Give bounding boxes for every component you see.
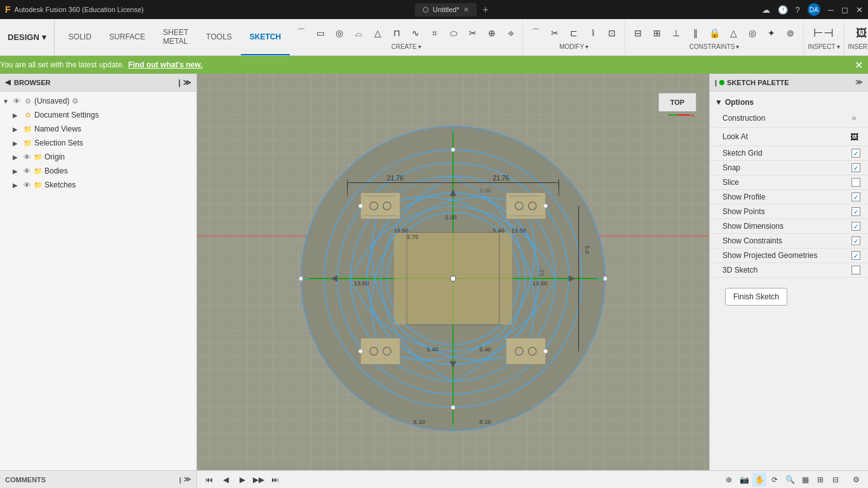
close-btn[interactable]: ✕ [856,5,863,15]
nav-next-btn[interactable]: ▶▶ [252,473,266,487]
display-mode-icon[interactable]: ▦ [798,473,812,487]
slice-checkbox[interactable] [851,178,860,187]
active-tab[interactable]: ⬡ Untitled* ✕ [415,3,477,17]
vertical-constraint[interactable]: ⊞ [648,24,666,42]
tab-sheet-metal[interactable]: SHEET METAL [154,19,198,55]
tree-eye-sketches[interactable]: 👁 [22,181,32,189]
palette-options-header[interactable]: ▼ Options [710,95,868,109]
tree-label-named-views: Named Views [34,125,81,133]
palette-row-show-dimensions: Show Dimensions ✓ [710,219,868,234]
comments-pin-icon[interactable]: | [179,476,181,484]
scale-tool[interactable]: ⊡ [603,24,621,42]
symmetry-constraint[interactable]: ⊜ [782,24,799,42]
grid-move-icon[interactable]: ⊕ [722,473,736,487]
trim-modify-tool[interactable]: ✂ [546,24,564,42]
palette-collapse-left[interactable]: | [715,79,717,86]
break-tool[interactable]: ⌇ [584,24,602,42]
look-at-icon-btn[interactable]: 🖼 [848,130,860,143]
rect-tool[interactable]: ▭ [311,24,329,42]
more-options-icon[interactable]: ⊟ [829,473,843,487]
perpendicular-constraint[interactable]: ⊥ [667,24,685,42]
tree-item-document-settings[interactable]: ▶ ⚙ Document Settings [0,108,196,122]
tree-item-bodies[interactable]: ▶ 👁 📁 Bodies [0,164,196,178]
tree-settings-btn[interactable]: ⚙ [72,97,79,105]
extend-tool[interactable]: ⊏ [565,24,583,42]
palette-row-3d-sketch: 3D Sketch [710,263,868,278]
tree-eye-bodies[interactable]: 👁 [22,167,32,175]
show-projected-geometries-checkbox[interactable]: ✓ [851,251,860,260]
tree-item-sketches[interactable]: ▶ 👁 📁 Sketches [0,178,196,192]
nav-prev-btn[interactable]: ◀ [219,473,233,487]
tab-solid[interactable]: SOLID [60,19,100,55]
measure-tool[interactable]: ⊢⊣ [815,24,832,42]
tab-sketch[interactable]: SKETCH [241,19,290,55]
new-tab-btn[interactable]: ＋ [480,3,491,17]
grid-display-icon[interactable]: ⊞ [813,473,827,487]
fillet-tool[interactable]: ⌒ [527,24,545,42]
construction-icon-btn[interactable]: ⌗ [848,112,860,125]
look-at-label: Look At [722,132,844,141]
arc-tool[interactable]: ⌓ [349,24,367,42]
browser-expand-icon[interactable]: ≫ [183,78,191,87]
lock-constraint[interactable]: 🔒 [705,24,723,42]
insert-image-tool[interactable]: 🖼 [853,24,868,42]
view-cube[interactable]: TOP x - [652,80,703,131]
conic-tool[interactable]: ⌗ [426,24,444,42]
tangent-constraint[interactable]: △ [724,24,742,42]
restore-btn[interactable]: ◻ [841,5,848,15]
zoom-tool-icon[interactable]: 🔍 [783,473,797,487]
equal-constraint[interactable]: ✦ [763,24,780,42]
tree-item-origin[interactable]: ▶ 👁 📁 Origin [0,150,196,164]
tree-item-named-views[interactable]: ▶ 📁 Named Views [0,122,196,136]
parallel-constraint[interactable]: ∥ [686,24,704,42]
tree-item-selection-sets[interactable]: ▶ 📁 Selection Sets [0,136,196,150]
tab-surface[interactable]: SURFACE [100,19,154,55]
snap-checkbox[interactable]: ✓ [851,163,860,172]
tab-tools[interactable]: TOOLS [197,19,240,55]
ellipse-tool[interactable]: ⬭ [445,24,463,42]
minimize-btn[interactable]: ─ [828,5,834,15]
view-cube-top[interactable]: TOP [658,93,696,112]
horizontal-constraint[interactable]: ⊟ [629,24,647,42]
design-label: DESIGN [8,32,39,42]
nav-first-btn[interactable]: ⏮ [202,473,216,487]
notif-close-btn[interactable]: ✕ [855,59,863,71]
nav-last-btn[interactable]: ⏭ [268,473,282,487]
tree-eye-origin[interactable]: 👁 [22,153,32,161]
pan-tool-icon[interactable]: ✋ [752,473,766,487]
3d-sketch-label: 3D Sketch [722,266,848,274]
show-dimensions-checkbox[interactable]: ✓ [851,222,860,231]
line-tool[interactable]: ⌒ [292,24,310,42]
show-profile-checkbox[interactable]: ✓ [851,193,860,201]
browser-collapse-icon[interactable]: ◀ [5,78,10,86]
palette-expand-right[interactable]: ≫ [855,78,863,86]
notif-link[interactable]: Find out what's new. [128,60,203,69]
circle-tool[interactable]: ◎ [330,24,348,42]
mirror-tool[interactable]: ⎆ [502,24,520,42]
sketch-grid-checkbox[interactable]: ✓ [851,149,860,158]
tree-eye-unsaved[interactable]: 👁 [11,97,22,105]
show-points-checkbox[interactable]: ✓ [851,207,860,216]
tree-item-unsaved[interactable]: ▼ 👁 ⚙ (Unsaved) ⚙ [0,94,196,108]
3d-sketch-checkbox[interactable] [851,266,860,274]
concentric-constraint[interactable]: ◎ [743,24,761,42]
spline-tool[interactable]: ∿ [407,24,424,42]
nav-play-btn[interactable]: ▶ [235,473,249,487]
account-icon[interactable]: DA [808,3,820,16]
trim-tool[interactable]: ✂ [464,24,482,42]
project-tool[interactable]: ⊕ [483,24,501,42]
slot-tool[interactable]: ⊓ [388,24,405,42]
comments-expand-icon[interactable]: ≫ [184,475,191,484]
canvas-area[interactable]: 21.76 21.76 5.0 [197,74,709,470]
help-icon[interactable]: ? [796,5,800,15]
polygon-tool[interactable]: △ [369,24,386,42]
tab-close-icon[interactable]: ✕ [463,6,469,14]
browser-pin-icon[interactable]: | [179,78,180,87]
settings-gear-icon[interactable]: ⚙ [849,473,863,487]
finish-sketch-palette-btn[interactable]: Finish Sketch [725,288,787,306]
show-constraints-checkbox[interactable]: ✓ [851,236,860,245]
design-button[interactable]: DESIGN ▾ [0,19,55,55]
camera-icon[interactable]: 📷 [737,473,751,487]
modify-icons: ⌒ ✂ ⊏ ⌇ ⊡ [527,24,621,42]
orbit-tool-icon[interactable]: ⟳ [768,473,782,487]
